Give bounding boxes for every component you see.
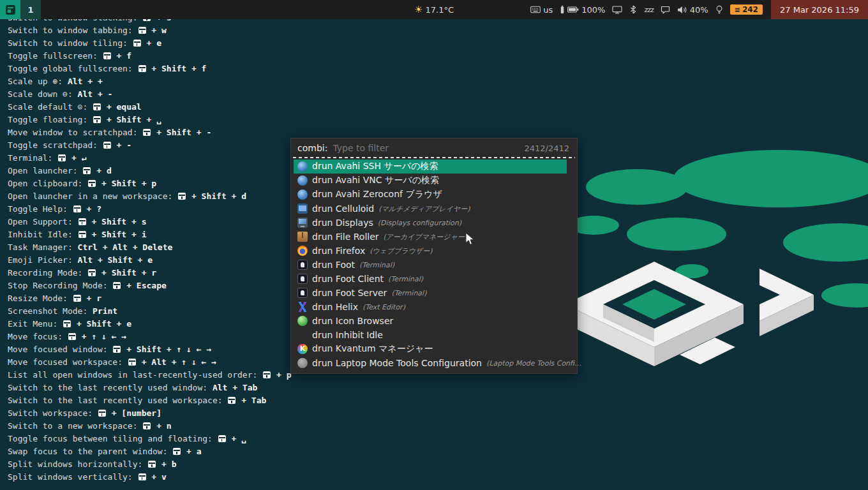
keybinding-line: Move focused window: + Shift + ↑ ↓ ← → bbox=[8, 343, 291, 356]
fileroller-icon bbox=[297, 232, 308, 242]
super-key-icon bbox=[128, 359, 136, 366]
super-key-icon bbox=[113, 282, 121, 289]
super-key-icon bbox=[218, 435, 226, 442]
keybinding-line: Swap focus to the parent window: + a bbox=[8, 445, 291, 458]
launcher-item[interactable]: drun Foot Client(Terminal) bbox=[294, 272, 567, 286]
super-key-icon bbox=[79, 231, 86, 238]
launcher-header: combi: Type to filter 2412/2412 bbox=[291, 138, 577, 156]
bluetooth-icon[interactable] bbox=[629, 5, 637, 14]
volume-widget[interactable]: 40% bbox=[677, 5, 708, 15]
launcher-item-name: drun Celluloid bbox=[312, 204, 374, 214]
launcher-item[interactable]: drun Avahi SSH サーバの検索 bbox=[294, 160, 567, 174]
leaf-shape bbox=[627, 218, 726, 251]
keybinding-line: Toggle global fullscreen: + Shift + f bbox=[8, 63, 291, 75]
workspace-button-1[interactable]: 1 bbox=[20, 0, 41, 19]
launcher-item[interactable]: drun Kvantum マネージャー bbox=[294, 342, 567, 356]
lightbulb-icon[interactable] bbox=[715, 5, 723, 14]
status-widgets: us 100% zzz bbox=[530, 0, 868, 19]
launcher-item[interactable]: drun Celluloid(マルチメディアプレイヤー) bbox=[294, 202, 567, 216]
leaf-shape bbox=[821, 283, 868, 308]
launcher-item[interactable]: drun Firefox(ウェブブラウザー) bbox=[294, 244, 567, 258]
battery-value: 100% bbox=[581, 5, 605, 15]
keybinding-line: Open Support: + Shift + s bbox=[8, 216, 291, 228]
launcher-input[interactable]: Type to filter bbox=[333, 143, 389, 153]
weather-widget[interactable]: ☀ 17.1°C bbox=[414, 0, 454, 19]
super-key-icon bbox=[88, 269, 96, 276]
super-key-icon bbox=[93, 116, 101, 123]
super-key-icon bbox=[133, 40, 141, 47]
clock-widget[interactable]: 27 Mar 2026 11:59 bbox=[771, 0, 868, 19]
launcher-item-name: drun Avahi Zeroconf ブラウザ bbox=[312, 189, 442, 200]
none-icon bbox=[297, 330, 308, 340]
display-icon[interactable] bbox=[612, 6, 622, 14]
launcher-item[interactable]: drun Displays(Displays configuration) bbox=[294, 216, 567, 230]
notification-count: 242 bbox=[742, 6, 758, 13]
launcher-item-description: (Terminal) bbox=[359, 261, 394, 269]
super-key-icon bbox=[63, 320, 71, 327]
launcher-item[interactable]: drun Laptop Mode Tools Configuration(Lap… bbox=[294, 356, 567, 370]
foot-icon bbox=[297, 288, 308, 298]
super-key-icon bbox=[73, 295, 81, 302]
keybinding-line: Toggle floating: + Shift + ␣ bbox=[8, 114, 291, 126]
launcher-item-name: drun Foot Client bbox=[312, 274, 384, 284]
super-key-icon bbox=[143, 129, 151, 136]
launcher-item[interactable]: drun Foot Server(Terminal) bbox=[294, 286, 567, 300]
laptopmode-icon bbox=[297, 358, 308, 368]
super-key-icon bbox=[138, 65, 146, 72]
iconbrowser-icon bbox=[297, 316, 308, 326]
launcher-item-name: drun Displays bbox=[312, 218, 373, 228]
super-key-icon bbox=[103, 52, 111, 59]
launcher-item[interactable]: drun Avahi VNC サーバの検索 bbox=[294, 174, 567, 188]
launcher-item[interactable]: drun Inhibit Idle bbox=[294, 328, 567, 342]
launcher-item[interactable]: drun File Roller(アーカイブマネージャー) bbox=[294, 230, 567, 244]
foot-icon bbox=[297, 260, 308, 270]
super-key-icon bbox=[263, 371, 271, 378]
launcher-item[interactable]: drun Helix(Text Editor) bbox=[294, 300, 567, 314]
helix-icon bbox=[297, 302, 308, 312]
super-key-icon bbox=[79, 218, 86, 225]
keybinding-line: List all open windows in last-recently-u… bbox=[8, 369, 291, 382]
super-key-icon bbox=[98, 410, 106, 417]
battery-icon bbox=[567, 6, 579, 13]
super-key-icon bbox=[73, 205, 81, 212]
firefox-icon bbox=[297, 246, 308, 256]
launcher-item[interactable]: drun Icon Browser bbox=[294, 314, 567, 328]
keybinding-line: Split windows vertically: + v bbox=[8, 471, 291, 484]
keyboard-layout-widget[interactable]: us bbox=[530, 5, 553, 15]
keybinding-line: Scale default ⊙: + equal bbox=[8, 101, 291, 114]
keybinding-line: Task Manager: Ctrl + Alt + Delete bbox=[8, 241, 291, 254]
keybinding-line: Open launcher: + d bbox=[8, 165, 291, 177]
workspaces: 1 bbox=[0, 0, 41, 19]
chat-icon[interactable] bbox=[661, 6, 670, 14]
idle-inhibit-icon[interactable]: zzz bbox=[644, 6, 653, 14]
mouse-cursor bbox=[465, 232, 477, 246]
notification-badge[interactable]: ≡ 242 bbox=[730, 4, 763, 15]
launcher-item-name: drun Helix bbox=[312, 302, 358, 312]
launcher-list: drun Avahi SSH サーバの検索drun Avahi VNC サーバの… bbox=[291, 159, 577, 373]
app-launcher-tile[interactable] bbox=[0, 0, 20, 19]
avahi-icon bbox=[297, 161, 308, 172]
super-key-icon bbox=[138, 27, 146, 34]
launcher-window: combi: Type to filter 2412/2412 drun Ava… bbox=[290, 138, 578, 374]
launcher-item[interactable]: drun Foot(Terminal) bbox=[294, 258, 567, 272]
launcher-item-description: (Text Editor) bbox=[363, 303, 405, 311]
launcher-item-name: drun Icon Browser bbox=[312, 316, 393, 326]
keybinding-line: Open clipboard: + Shift + p bbox=[8, 177, 291, 190]
super-key-icon bbox=[113, 346, 121, 353]
wallpaper-logo bbox=[549, 144, 868, 412]
leaf-shape bbox=[586, 169, 688, 205]
launcher-item[interactable]: drun Avahi Zeroconf ブラウザ bbox=[294, 188, 567, 202]
battery-vertical-icon bbox=[560, 5, 565, 14]
keybinding-line: Inhibit Idle: + Shift + i bbox=[8, 228, 291, 241]
keybindings-help: Switch to window stacking: + sSwitch to … bbox=[8, 11, 291, 484]
super-key-icon bbox=[58, 154, 66, 161]
keybinding-line: Split windows horizontally: + b bbox=[8, 458, 291, 471]
super-key-icon bbox=[68, 333, 76, 340]
battery-widget[interactable]: 100% bbox=[560, 5, 605, 15]
keybinding-line: Switch to window tabbing: + w bbox=[8, 24, 291, 37]
keybinding-line: Toggle scratchpad: + - bbox=[8, 139, 291, 152]
super-key-icon bbox=[173, 448, 181, 455]
launcher-item-name: drun Foot bbox=[312, 260, 355, 270]
launcher-item-name: drun Foot Server bbox=[312, 288, 387, 298]
keybinding-line: Emoji Picker: Alt + Shift + e bbox=[8, 254, 291, 267]
